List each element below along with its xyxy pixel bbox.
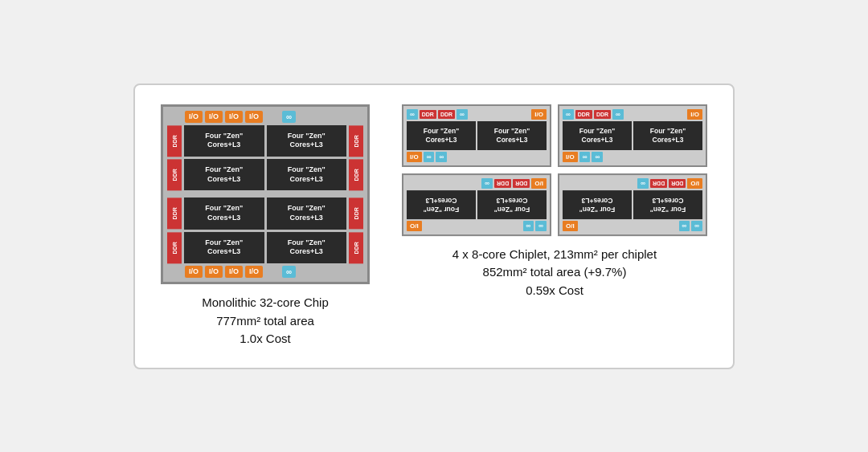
monolithic-die: I/O I/O I/O I/O ∞ DDR DDR Four "Zen"Core… xyxy=(161,104,370,285)
right-ddr-lower: DDR DDR xyxy=(349,197,363,263)
chiplet4-inf-l: ∞ xyxy=(691,221,702,231)
upper-core-row-1: Four "Zen"Cores+L3 Four "Zen"Cores+L3 xyxy=(184,125,346,157)
chiplet1-bot-inf-r: ∞ xyxy=(436,152,447,162)
chiplet4-bot: I/O DDR DDR ∞ xyxy=(563,178,702,189)
lower-cores: Four "Zen"Cores+L3 Four "Zen"Cores+L3 Fo… xyxy=(184,197,346,263)
lower-core-row-2: Four "Zen"Cores+L3 Four "Zen"Cores+L3 xyxy=(184,232,346,263)
chiplet2-bot: I/O ∞ ∞ xyxy=(563,152,702,162)
left-ddr-lower: DDR DDR xyxy=(167,197,182,263)
chiplet4-inf-r: ∞ xyxy=(679,221,690,231)
chiplet4-cores-1: Four "Zen"Cores+L3 Four "Zen"Cores+L3 xyxy=(563,190,702,219)
core-1: Four "Zen"Cores+L3 xyxy=(184,125,264,157)
main-container: I/O I/O I/O I/O ∞ DDR DDR Four "Zen"Core… xyxy=(133,83,735,369)
top-io-row: I/O I/O I/O I/O ∞ xyxy=(167,111,363,123)
io-tag-1: I/O xyxy=(185,111,203,123)
chiplet4-io: I/O xyxy=(563,221,578,231)
center-divider xyxy=(167,193,363,195)
io-tag-2: I/O xyxy=(205,111,223,123)
chiplet1-bot: I/O ∞ ∞ xyxy=(407,152,547,162)
chiplet2-io: I/O xyxy=(687,109,702,120)
chiplet3-core-1: Four "Zen"Cores+L3 xyxy=(477,190,547,219)
chiplet2-inf-r: ∞ xyxy=(612,109,624,120)
chiplet2-core-1: Four "Zen"Cores+L3 xyxy=(563,121,632,150)
chiplet1-bot-io: I/O xyxy=(407,152,422,162)
left-ddr-upper: DDR DDR xyxy=(167,125,182,191)
chiplet-3: ∞ ∞ I/O Four "Zen"Cores+L3 Four "Zen"Cor… xyxy=(402,173,551,236)
io-tag-4: I/O xyxy=(245,111,263,123)
chiplet2-inf-l: ∞ xyxy=(563,109,574,120)
upper-cores: Four "Zen"Cores+L3 Four "Zen"Cores+L3 Fo… xyxy=(184,125,346,191)
chiplet2-bot-io: I/O xyxy=(563,152,578,162)
monolithic-label: Monolithic 32-core Chip 777mm² total are… xyxy=(202,294,329,348)
upper-core-row-2: Four "Zen"Cores+L3 Four "Zen"Cores+L3 xyxy=(184,159,346,190)
chiplet-4: ∞ ∞ I/O Four "Zen"Cores+L3 Four "Zen"Cor… xyxy=(558,173,707,236)
chiplet-2: ∞ DDR DDR ∞ I/O Four "Zen"Cores+L3 Four … xyxy=(558,104,707,167)
chiplet4-top: ∞ ∞ I/O xyxy=(563,221,702,231)
ddr-item-8: DDR xyxy=(349,232,363,263)
chiplet2-ddr-r: DDR xyxy=(594,110,611,119)
chiplet1-ddr-r: DDR xyxy=(438,110,455,119)
ddr-item-7: DDR xyxy=(349,197,363,229)
io-tag-7: I/O xyxy=(225,266,243,278)
chiplet4-ddr-r: DDR xyxy=(650,179,667,188)
chiplet1-cores-1: Four "Zen"Cores+L3 Four "Zen"Cores+L3 xyxy=(407,121,547,150)
upper-middle: DDR DDR Four "Zen"Cores+L3 Four "Zen"Cor… xyxy=(167,125,363,191)
chiplet3-inf-r: ∞ xyxy=(523,221,534,231)
chiplet-1: ∞ DDR DDR ∞ I/O Four "Zen"Cores+L3 Four … xyxy=(402,104,551,167)
core-5: Four "Zen"Cores+L3 xyxy=(184,197,264,229)
chiplet2-bot-inf-r: ∞ xyxy=(592,152,603,162)
chiplet4-bot-inf: ∞ xyxy=(637,178,649,189)
core-7: Four "Zen"Cores+L3 xyxy=(184,232,264,263)
chiplet4-core-2: Four "Zen"Cores+L3 xyxy=(563,190,632,219)
ddr-item-5: DDR xyxy=(167,197,182,229)
chiplet3-cores-1: Four "Zen"Cores+L3 Four "Zen"Cores+L3 xyxy=(407,190,547,219)
bottom-io-row: I/O I/O I/O I/O ∞ xyxy=(167,266,363,278)
chiplet1-ddr-l: DDR xyxy=(420,110,436,119)
io-tag-6: I/O xyxy=(205,266,223,278)
chiplet1-inf-r: ∞ xyxy=(457,109,468,120)
chiplet1-core-2: Four "Zen"Cores+L3 xyxy=(477,121,547,150)
chiplet-grid: ∞ DDR DDR ∞ I/O Four "Zen"Cores+L3 Four … xyxy=(402,104,707,236)
ddr-item-1: DDR xyxy=(167,125,182,157)
io-tag-8: I/O xyxy=(245,266,263,278)
ddr-item-4: DDR xyxy=(349,159,363,190)
chiplet3-ddr-r: DDR xyxy=(494,179,511,188)
ddr-item-6: DDR xyxy=(167,232,182,263)
chiplet-section: ∞ DDR DDR ∞ I/O Four "Zen"Cores+L3 Four … xyxy=(402,104,707,300)
chiplet2-ddr-l: DDR xyxy=(575,110,592,119)
chiplet3-io: I/O xyxy=(407,221,422,231)
chiplet1-top: ∞ DDR DDR ∞ I/O xyxy=(407,109,547,120)
chiplet4-core-1: Four "Zen"Cores+L3 xyxy=(633,190,702,219)
chiplet2-bot-inf-l: ∞ xyxy=(579,152,591,162)
ddr-item-3: DDR xyxy=(349,125,363,157)
chiplet1-bot-inf-l: ∞ xyxy=(424,152,435,162)
chiplet3-core-2: Four "Zen"Cores+L3 xyxy=(407,190,476,219)
chiplet3-ddr-l: DDR xyxy=(513,179,530,188)
monolithic-section: I/O I/O I/O I/O ∞ DDR DDR Four "Zen"Core… xyxy=(161,104,370,348)
inf-tag-top: ∞ xyxy=(282,111,296,123)
chiplet3-top: ∞ ∞ I/O xyxy=(407,221,547,231)
inf-tag-bot: ∞ xyxy=(282,266,296,278)
chiplet-label: 4 x 8-core Chiplet, 213mm² per chiplet 8… xyxy=(452,246,657,300)
chiplet1-core-1: Four "Zen"Cores+L3 xyxy=(407,121,476,150)
chiplet2-cores-1: Four "Zen"Cores+L3 Four "Zen"Cores+L3 xyxy=(563,121,702,150)
core-8: Four "Zen"Cores+L3 xyxy=(267,232,347,263)
chiplet1-inf-l: ∞ xyxy=(407,109,418,120)
core-6: Four "Zen"Cores+L3 xyxy=(267,197,347,229)
core-3: Four "Zen"Cores+L3 xyxy=(184,159,264,190)
chiplet3-bot-io: I/O xyxy=(531,178,547,189)
io-tag-5: I/O xyxy=(185,266,203,278)
chiplet3-bot: I/O DDR DDR ∞ xyxy=(407,178,547,189)
chiplet4-ddr-l: DDR xyxy=(669,179,686,188)
ddr-item-2: DDR xyxy=(167,159,182,190)
chiplet4-bot-io: I/O xyxy=(687,178,702,189)
lower-middle: DDR DDR Four "Zen"Cores+L3 Four "Zen"Cor… xyxy=(167,197,363,263)
io-tag-3: I/O xyxy=(225,111,243,123)
lower-core-row-1: Four "Zen"Cores+L3 Four "Zen"Cores+L3 xyxy=(184,197,346,229)
chiplet2-top: ∞ DDR DDR ∞ I/O xyxy=(563,109,702,120)
chiplet3-bot-inf: ∞ xyxy=(481,178,493,189)
chiplet2-core-2: Four "Zen"Cores+L3 xyxy=(633,121,702,150)
right-ddr-upper: DDR DDR xyxy=(349,125,363,191)
chiplet1-io: I/O xyxy=(531,109,547,120)
core-2: Four "Zen"Cores+L3 xyxy=(267,125,347,157)
